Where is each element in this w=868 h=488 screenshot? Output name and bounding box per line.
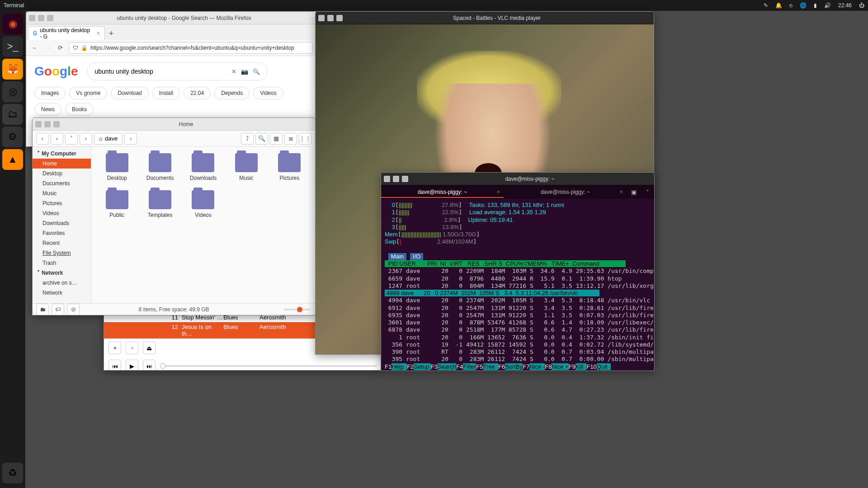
terminal-output[interactable]: 0[||||||||| 27.8%] Tasks: 133, 589 thr, … xyxy=(381,199,654,371)
toggle-location-button[interactable]: ⤴ xyxy=(241,133,254,145)
terminal-new-tab[interactable]: ▣ xyxy=(627,189,641,196)
launcher-trash[interactable]: ♻ xyxy=(2,463,23,483)
launcher-firefox[interactable]: 🦊 xyxy=(2,59,23,80)
nav-forward-button[interactable]: › xyxy=(51,133,63,145)
terminal-menu[interactable]: ˅ xyxy=(641,189,654,196)
sidebar-item[interactable]: Desktop xyxy=(33,169,91,178)
folder-item[interactable]: Templates xyxy=(141,190,179,218)
window-minimize-button[interactable] xyxy=(327,15,334,21)
sidebar-item[interactable]: File System xyxy=(33,248,91,258)
folder-item[interactable]: Documents xyxy=(141,153,179,181)
window-close-button[interactable] xyxy=(318,15,325,21)
window-maximize-button[interactable] xyxy=(53,121,60,127)
window-minimize-button[interactable] xyxy=(38,15,44,21)
launcher-vlc[interactable]: ▲ xyxy=(2,149,23,170)
folder-item[interactable]: Public xyxy=(98,190,136,218)
rb-next-button[interactable]: ⏭ xyxy=(143,360,156,371)
window-minimize-button[interactable] xyxy=(393,176,399,182)
search-chip[interactable]: Videos xyxy=(253,87,283,99)
window-maximize-button[interactable] xyxy=(47,15,53,21)
forward-button[interactable]: → xyxy=(43,44,52,51)
sidebar-item[interactable]: Downloads xyxy=(33,218,91,228)
path-segment[interactable]: ⌂dave xyxy=(94,133,123,145)
volume-icon[interactable]: 🔊 xyxy=(824,2,831,9)
terminal-tab[interactable]: dave@miss-piggy: ~× xyxy=(381,186,504,198)
sidebar-item[interactable]: Network xyxy=(33,288,91,298)
sidebar-section[interactable]: ˅Network xyxy=(33,268,91,278)
window-close-button[interactable] xyxy=(29,15,35,21)
tab-close-icon[interactable]: × xyxy=(620,189,623,195)
show-places-button[interactable]: 🏷 xyxy=(52,304,64,315)
sidebar-item[interactable]: Recent xyxy=(33,238,91,248)
folder-item[interactable]: Pictures xyxy=(270,153,309,181)
window-minimize-button[interactable] xyxy=(44,121,51,127)
rb-prev-button[interactable]: ⏮ xyxy=(108,360,121,371)
reload-button[interactable]: ⟳ xyxy=(56,44,64,51)
window-close-button[interactable] xyxy=(384,176,390,182)
launcher-files[interactable]: 🗂 xyxy=(2,104,23,125)
show-treeview-button[interactable]: 🖿 xyxy=(36,304,49,315)
sidebar-item[interactable]: Trash xyxy=(33,258,91,268)
folder-item[interactable]: Downloads xyxy=(184,153,222,181)
clear-icon[interactable]: ✕ xyxy=(231,68,236,75)
window-close-button[interactable] xyxy=(35,121,42,127)
nav-up-button[interactable]: ˄ xyxy=(65,133,78,145)
nav-back-button[interactable]: ‹ xyxy=(36,133,49,145)
sidebar-item[interactable]: Documents xyxy=(33,178,91,188)
launcher-rhythmbox[interactable]: ◎ xyxy=(2,81,23,102)
search-input[interactable] xyxy=(94,68,227,75)
search-chip[interactable]: News xyxy=(34,103,61,116)
terminal-tab[interactable]: dave@miss-piggy: ~× xyxy=(504,186,627,198)
google-logo[interactable]: Google xyxy=(34,64,78,79)
window-maximize-button[interactable] xyxy=(402,176,408,182)
sidebar-item[interactable]: Music xyxy=(33,188,91,198)
url-bar[interactable]: 🛡 🔒 https://www.google.com/search?channe… xyxy=(69,42,313,54)
folder-item[interactable]: Videos xyxy=(184,190,222,218)
search-chip[interactable]: Vs gnome xyxy=(69,87,107,99)
search-chip[interactable]: 22.04 xyxy=(184,87,211,99)
path-root-button[interactable]: ‹ xyxy=(80,133,92,145)
search-chip[interactable]: Depends xyxy=(214,87,250,99)
search-icon[interactable]: 🔍 xyxy=(253,68,260,75)
back-button[interactable]: ← xyxy=(31,44,39,51)
google-search-box[interactable]: ✕ 📷 🔍 xyxy=(87,62,268,80)
sidebar-section[interactable]: ˅My Computer xyxy=(33,149,91,159)
new-tab-button[interactable]: + xyxy=(105,27,118,40)
icon-view-button[interactable]: ▦ xyxy=(270,133,283,145)
search-button[interactable]: 🔍 xyxy=(255,133,268,145)
tab-close-icon[interactable]: × xyxy=(497,189,500,195)
rb-remove-button[interactable]: － xyxy=(126,342,138,354)
rb-play-button[interactable]: ▶ xyxy=(126,360,138,371)
folder-item[interactable]: Music xyxy=(227,153,265,181)
sidebar-item[interactable]: Pictures xyxy=(33,198,91,208)
sidebar-item[interactable]: Home xyxy=(33,159,91,169)
rb-eject-button[interactable]: ⏏ xyxy=(143,342,156,354)
search-chip[interactable]: Books xyxy=(65,103,94,116)
clock[interactable]: 22:46 xyxy=(838,2,852,9)
rb-add-button[interactable]: ＋ xyxy=(108,342,121,354)
search-chip[interactable]: Images xyxy=(34,87,66,99)
files-icon-view[interactable]: DesktopDocumentsDownloadsMusicPicturesPu… xyxy=(91,147,315,303)
notifications-icon[interactable]: 🔔 xyxy=(775,2,782,9)
path-next-button[interactable]: › xyxy=(124,133,137,145)
browser-tab[interactable]: G ubuntu unity desktop - G × xyxy=(28,26,105,40)
sidebar-item[interactable]: Favorites xyxy=(33,228,91,238)
close-sidebar-button[interactable]: ⊘ xyxy=(67,304,80,315)
search-chip[interactable]: Download xyxy=(111,87,148,99)
sidebar-item[interactable]: archive on s… xyxy=(33,278,91,288)
zoom-slider[interactable] xyxy=(283,309,311,310)
launcher-dash[interactable]: ◉ xyxy=(2,14,23,34)
launcher-settings[interactable]: ⚙ xyxy=(2,127,23,147)
network-icon[interactable]: 🌐 xyxy=(800,2,807,9)
power-icon[interactable]: ⏻ xyxy=(859,2,864,9)
rb-seek-slider[interactable] xyxy=(160,365,377,367)
sidebar-item[interactable]: Videos xyxy=(33,208,91,218)
bluetooth-icon[interactable]: ⎋ xyxy=(789,2,793,9)
search-chip[interactable]: Install xyxy=(152,87,180,99)
indicator-icon[interactable]: ✎ xyxy=(764,2,768,9)
launcher-terminal[interactable]: >_ xyxy=(2,36,23,57)
window-maximize-button[interactable] xyxy=(336,15,343,21)
folder-item[interactable]: Desktop xyxy=(98,153,136,181)
compact-view-button[interactable]: ⋮⋮ xyxy=(299,133,311,145)
list-view-button[interactable]: ≣ xyxy=(284,133,297,145)
